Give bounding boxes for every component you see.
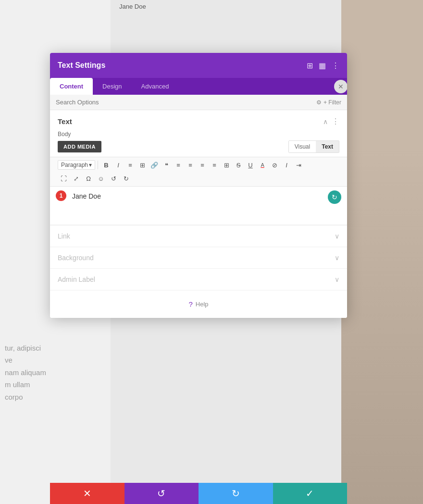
align-right-button[interactable]: ≡ [197,159,208,171]
strikethrough-button[interactable]: S [233,159,244,171]
admin-label-text: Admin Label [58,276,95,283]
text-settings-panel: Text Settings ⊞ ▦ ⋮ Content Design Advan… [50,53,347,318]
add-media-button[interactable]: ADD MEDIA [58,141,101,152]
visual-toggle-btn[interactable]: Visual [289,141,316,152]
save-button[interactable]: ✓ [273,483,348,504]
search-input[interactable] [56,99,152,106]
paragraph-dropdown[interactable]: Paragraph ▾ [58,160,95,170]
toolbar-separator-1 [98,161,98,169]
color-button[interactable]: A [257,159,268,171]
undo-button[interactable]: ↺ [108,173,119,184]
text-section: Text ∧ ⋮ Body ADD MEDIA Visual Text Para… [50,110,347,226]
indent-button[interactable]: ⇥ [293,159,304,171]
bottom-toolbar: ✕ ↺ ↻ ✓ [50,483,347,504]
background-section[interactable]: Background ∨ [50,247,347,269]
tab-advanced[interactable]: Advanced [132,78,179,95]
redo-button-bottom[interactable]: ↻ [199,483,273,504]
ellipsis-icon[interactable]: ⋮ [332,61,339,70]
undo-button-bottom[interactable]: ↺ [124,483,199,504]
redo-button[interactable]: ↻ [120,173,132,184]
background-label: Background [58,254,94,262]
dropdown-chevron: ▾ [89,162,92,168]
italic-button[interactable]: I [112,159,124,171]
help-row: ? Help [50,290,347,318]
visual-text-toggle: Visual Text [288,140,339,153]
text-toggle-btn[interactable]: Text [316,141,339,152]
body-label: Body [50,131,347,140]
underline-button[interactable]: U [245,159,256,171]
text-section-title: Text [58,117,72,126]
background-chevron: ∨ [335,254,339,262]
editor-content[interactable]: Jane Doe [72,191,339,202]
fullscreen-button[interactable]: ⛶ [58,173,69,184]
text-section-actions: ∧ ⋮ [323,117,339,126]
filter-button[interactable]: ⚙ + Filter [316,99,341,106]
help-label[interactable]: Help [196,301,209,308]
add-media-row: ADD MEDIA Visual Text [50,140,347,157]
editor-area[interactable]: 1 Jane Doe ↻ [50,187,347,225]
tab-bar: Content Design Advanced ✕ [50,78,347,95]
refresh-button[interactable]: ↻ [328,190,341,204]
panel-title: Text Settings [58,61,105,70]
panel-body: Text ∧ ⋮ Body ADD MEDIA Visual Text Para… [50,110,347,318]
ordered-list-button[interactable]: ⊞ [137,159,148,171]
expand2-button[interactable]: ⤢ [70,173,82,184]
admin-label-chevron: ∨ [335,276,339,283]
editor-toolbar: Paragraph ▾ B I ≡ ⊞ 🔗 ❝ ≡ ≡ ≡ ≡ ⊞ S [50,157,347,187]
tab-design[interactable]: Design [93,78,131,95]
unordered-list-button[interactable]: ≡ [124,159,136,171]
align-center-button[interactable]: ≡ [185,159,196,171]
align-left-button[interactable]: ≡ [173,159,184,171]
filter-icon: ⚙ [316,99,322,106]
align-justify-button[interactable]: ≡ [209,159,220,171]
panel-header: Text Settings ⊞ ▦ ⋮ [50,53,347,78]
background-right [341,0,423,504]
expand-icon[interactable]: ⊞ [307,61,313,70]
special1-button[interactable]: ⊘ [269,159,280,171]
cancel-button[interactable]: ✕ [50,483,124,504]
bold-button[interactable]: B [100,159,112,171]
link-section[interactable]: Link ∨ [50,226,347,247]
search-bar: ⚙ + Filter [50,95,347,110]
step-badge: 1 [56,190,66,201]
person-silhouette [341,144,423,504]
special2-button[interactable]: I [281,159,292,171]
link-button[interactable]: 🔗 [149,159,160,171]
columns-icon[interactable]: ▦ [319,61,326,70]
admin-label-section[interactable]: Admin Label ∨ [50,269,347,290]
panel-header-icons: ⊞ ▦ ⋮ [307,61,339,70]
link-label: Link [58,232,70,240]
omega-button[interactable]: Ω [83,173,94,184]
link-chevron: ∨ [335,232,339,240]
text-section-header: Text ∧ ⋮ [50,110,347,131]
blockquote-button[interactable]: ❝ [161,159,172,171]
table-button[interactable]: ⊞ [221,159,232,171]
panel-close-button[interactable]: ✕ [334,80,347,93]
jane-doe-label-top: Jane Doe [119,3,146,10]
background-text: tur, adipisci ve nam aliquam m ullam cor… [0,337,53,408]
formatting-group: B I ≡ ⊞ 🔗 ❝ ≡ ≡ ≡ ≡ ⊞ S U A ⊘ I ⇥ [100,159,304,171]
help-icon: ? [188,300,192,308]
tab-content[interactable]: Content [50,78,93,95]
emoji-button[interactable]: ☺ [95,173,107,184]
text-section-chevron[interactable]: ∧ [323,118,328,126]
text-section-dots[interactable]: ⋮ [332,117,339,126]
